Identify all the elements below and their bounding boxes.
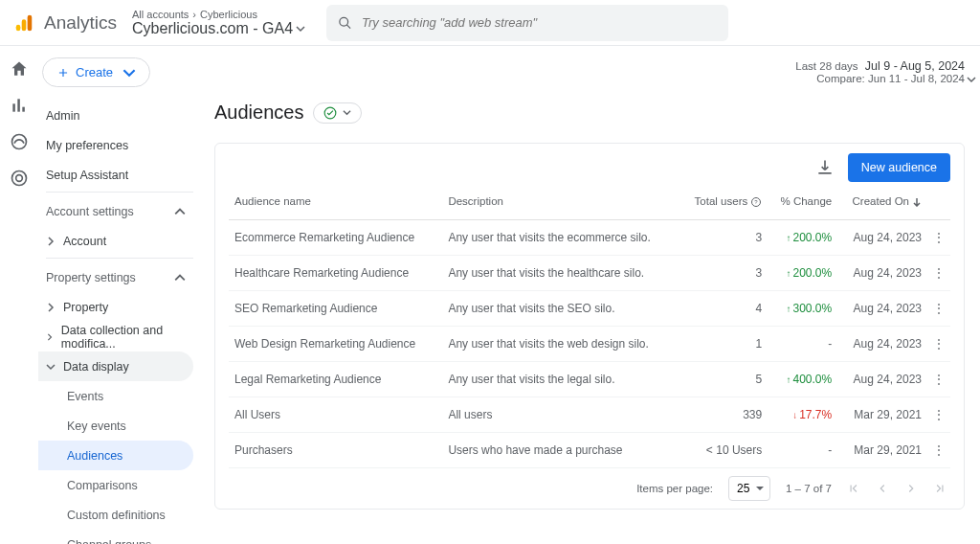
table-row[interactable]: Web Design Remarketing Audience Any user… — [229, 326, 950, 361]
col-created-on[interactable]: Created On — [837, 188, 927, 219]
nav-account-settings[interactable]: Account settings — [38, 196, 193, 226]
cell-change: ↑300.0% — [768, 290, 837, 326]
table-row[interactable]: Healthcare Remarketing Audience Any user… — [229, 255, 950, 290]
prev-page-icon[interactable] — [876, 482, 889, 495]
cell-created: Aug 24, 2023 — [837, 219, 927, 255]
cell-name: Web Design Remarketing Audience — [229, 326, 442, 361]
svg-point-8 — [12, 135, 27, 149]
home-icon[interactable] — [10, 59, 29, 79]
cell-change: - — [768, 326, 837, 361]
row-menu-button[interactable]: ⋮ — [927, 397, 950, 432]
cell-change: ↑400.0% — [768, 361, 837, 397]
reports-icon[interactable] — [10, 96, 29, 115]
chevron-up-icon — [174, 206, 186, 217]
cell-description: All users — [442, 397, 679, 432]
nav-custom-definitions[interactable]: Custom definitions — [38, 500, 193, 530]
search-box[interactable] — [326, 5, 728, 41]
next-page-icon[interactable] — [904, 482, 918, 495]
row-menu-button[interactable]: ⋮ — [927, 219, 950, 255]
download-icon[interactable] — [815, 158, 835, 177]
svg-rect-7 — [22, 107, 25, 112]
pagination: Items per page: 25 1 – 7 of 7 — [229, 468, 950, 503]
cell-created: Aug 24, 2023 — [837, 326, 927, 361]
brand-name: Analytics — [44, 12, 117, 34]
table-row[interactable]: Ecommerce Remarketing Audience Any user … — [229, 219, 950, 255]
nav-comparisons[interactable]: Comparisons — [38, 470, 193, 500]
cell-users: 1 — [680, 326, 768, 361]
table-row[interactable]: All Users All users 339 ↓17.7% Mar 29, 2… — [229, 397, 950, 432]
cell-created: Aug 24, 2023 — [837, 361, 927, 397]
svg-text:?: ? — [755, 199, 759, 205]
compare-range: Compare: Jun 11 - Jul 8, 2024 — [816, 73, 965, 84]
cell-description: Any user that visits the ecommerce silo. — [442, 219, 679, 255]
row-menu-button[interactable]: ⋮ — [927, 432, 950, 467]
chevron-right-icon — [46, 303, 56, 312]
search-input[interactable] — [362, 15, 717, 30]
nav-account[interactable]: Account — [38, 226, 193, 256]
row-menu-button[interactable]: ⋮ — [927, 326, 950, 361]
main-content: Last 28 days Jul 9 - Aug 5, 2024 Compare… — [199, 46, 980, 544]
cell-description: Users who have made a purchase — [442, 432, 679, 467]
check-circle-icon — [323, 106, 337, 120]
nav-data-display[interactable]: Data display — [38, 351, 193, 381]
items-per-page-label: Items per page: — [636, 483, 713, 494]
analytics-logo-icon — [13, 12, 34, 34]
nav-key-events[interactable]: Key events — [38, 411, 193, 441]
last-page-icon[interactable] — [933, 482, 947, 495]
nav-data-collection[interactable]: Data collection and modifica... — [38, 322, 193, 351]
nav-my-preferences[interactable]: My preferences — [38, 130, 193, 160]
col-audience-name[interactable]: Audience name — [229, 188, 442, 219]
svg-rect-6 — [17, 99, 20, 111]
chevron-down-icon — [343, 108, 351, 117]
nav-admin[interactable]: Admin — [38, 101, 193, 130]
col-total-users[interactable]: Total users? — [680, 188, 768, 219]
audiences-panel: New audience Audience name Description T… — [214, 143, 965, 510]
row-menu-button[interactable]: ⋮ — [927, 290, 950, 326]
new-audience-button[interactable]: New audience — [848, 153, 950, 182]
nav-events[interactable]: Events — [38, 381, 193, 411]
nav-audiences[interactable]: Audiences — [38, 441, 193, 470]
arrow-down-icon — [912, 197, 922, 207]
nav-setup-assistant[interactable]: Setup Assistant — [38, 160, 193, 190]
nav-property-settings[interactable]: Property settings — [38, 262, 193, 292]
svg-point-9 — [12, 171, 27, 186]
cell-created: Aug 24, 2023 — [837, 255, 927, 290]
col-change[interactable]: % Change — [768, 188, 837, 219]
cell-change: ↑200.0% — [768, 255, 837, 290]
status-chip[interactable] — [313, 102, 362, 124]
cell-created: Aug 24, 2023 — [837, 290, 927, 326]
page-title: Audiences — [214, 102, 303, 124]
cell-name: Legal Remarketing Audience — [229, 361, 442, 397]
cell-users: 4 — [680, 290, 768, 326]
cell-name: All Users — [229, 397, 442, 432]
table-row[interactable]: Purchasers Users who have made a purchas… — [229, 432, 950, 467]
col-description[interactable]: Description — [442, 188, 679, 219]
plus-icon — [56, 66, 70, 79]
audiences-table: Audience name Description Total users? %… — [229, 188, 950, 468]
table-row[interactable]: Legal Remarketing Audience Any user that… — [229, 361, 950, 397]
table-row[interactable]: SEO Remarketing Audience Any user that v… — [229, 290, 950, 326]
row-menu-button[interactable]: ⋮ — [927, 361, 950, 397]
chevron-down-icon — [967, 75, 976, 84]
cell-users: < 10 Users — [680, 432, 768, 467]
chevron-up-icon — [174, 272, 186, 283]
svg-rect-1 — [22, 19, 27, 31]
cell-created: Mar 29, 2021 — [837, 432, 927, 467]
nav-channel-groups[interactable]: Channel groups — [38, 530, 193, 544]
cell-description: Any user that visits the healthcare silo… — [442, 255, 679, 290]
cell-created: Mar 29, 2021 — [837, 397, 927, 432]
advertising-icon[interactable] — [10, 169, 29, 188]
cell-users: 339 — [680, 397, 768, 432]
explore-icon[interactable] — [10, 132, 29, 151]
date-range-picker[interactable]: Last 28 days Jul 9 - Aug 5, 2024 Compare… — [214, 59, 965, 84]
nav-rail — [0, 46, 38, 544]
first-page-icon[interactable] — [847, 482, 860, 495]
items-per-page-select[interactable]: 25 — [728, 476, 770, 501]
property-selector[interactable]: All accounts › Cyberlicious Cyberlicious… — [132, 9, 305, 37]
chevron-down-icon — [46, 362, 56, 372]
nav-property[interactable]: Property — [38, 292, 193, 322]
create-button[interactable]: Create — [42, 57, 150, 87]
row-menu-button[interactable]: ⋮ — [927, 255, 950, 290]
breadcrumb-all-accounts: All accounts — [132, 9, 189, 20]
svg-line-4 — [346, 24, 350, 28]
